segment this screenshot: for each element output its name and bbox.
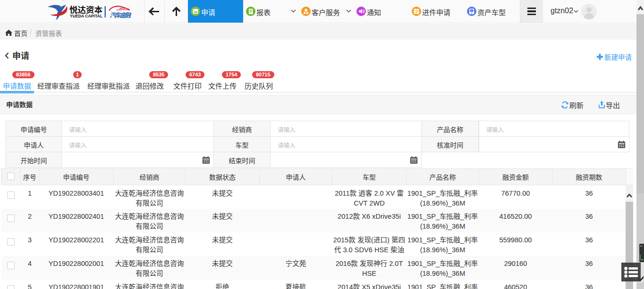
svg-text:YUEDA CAPITAL: YUEDA CAPITAL bbox=[70, 14, 102, 18]
svg-text:auto: auto bbox=[119, 7, 126, 9]
svg-text:汽车金融: 汽车金融 bbox=[110, 10, 132, 19]
